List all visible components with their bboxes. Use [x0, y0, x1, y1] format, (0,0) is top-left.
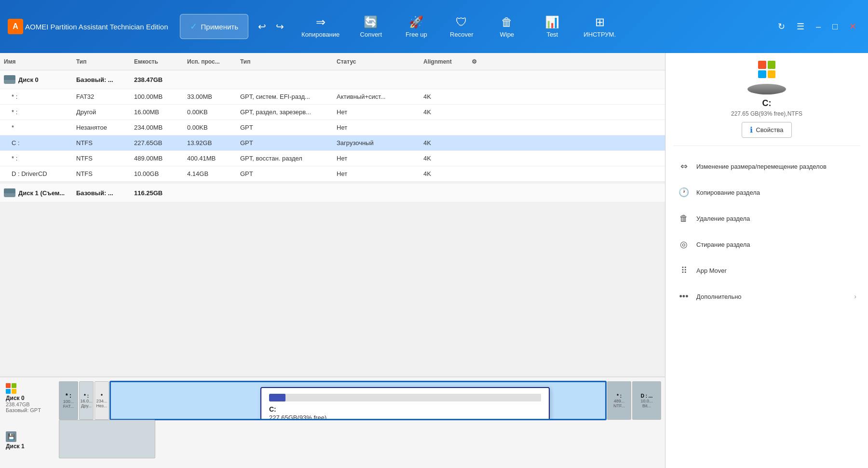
undo-button[interactable]: ↩ — [254, 19, 270, 34]
menu-button[interactable]: ☰ — [793, 19, 808, 34]
action-resize-label: Изменение размера/перемещение разделов — [696, 163, 856, 170]
table-row[interactable]: * Незанятое 234.00MB 0.00KB GPT Нет — [0, 120, 665, 135]
part-type: NTFS — [72, 155, 130, 162]
close-button[interactable]: ✕ — [845, 19, 860, 34]
part-used: 33.00MB — [183, 93, 236, 100]
disk0-map-name: Диск 0 — [6, 395, 25, 401]
part-name: D : DriverCD — [0, 170, 72, 177]
test-label: Test — [546, 31, 558, 38]
table-row[interactable]: * : FAT32 100.00MB 33.00MB GPT, систем. … — [0, 89, 665, 105]
table-row[interactable]: * : NTFS 489.00MB 400.41MB GPT, восстан.… — [0, 151, 665, 166]
part-status: Загрузочный — [333, 139, 420, 147]
toolbar-freeup[interactable]: 🚀 Free up — [394, 13, 438, 41]
action-delete[interactable]: 🗑 Удаление раздела — [673, 206, 860, 231]
dm-part-msr[interactable]: * : 16.0... Дру... — [79, 381, 94, 420]
toolbar-instruments[interactable]: ⊞ ИНСТРУМ. — [576, 13, 624, 41]
part-align: 4K — [420, 93, 468, 100]
windows-logo — [758, 61, 775, 78]
tooltip-bar-fill — [269, 394, 285, 401]
part-ftype: GPT — [236, 139, 333, 147]
action-wipe[interactable]: ◎ Стирание раздела — [673, 232, 860, 257]
action-copy-label: Копирование раздела — [696, 189, 856, 196]
disk1-header-row[interactable]: Диск 1 (Съем... Базовый: ... 116.25GB — [0, 184, 665, 202]
col-settings[interactable]: ⚙ — [468, 58, 487, 65]
part-used: 400.41MB — [183, 155, 236, 162]
left-panel: Имя Тип Емкость Исп. прос... Тип Статус … — [0, 53, 665, 468]
disk0-cap: 238.47GB — [130, 76, 183, 83]
table-row[interactable]: * : Другой 16.00MB 0.00KB GPT, раздел, з… — [0, 105, 665, 120]
minimize-button[interactable]: – — [812, 20, 825, 34]
toolbar-test[interactable]: 📊 Test — [530, 13, 574, 41]
disk-base — [747, 84, 786, 94]
disk-visual: C: 227.65 GB(93% free),NTFS ℹ Свойства — [673, 61, 860, 146]
part-name: * — [0, 124, 72, 131]
action-appmover[interactable]: ⠿ App Mover — [673, 258, 860, 283]
part-name: * : — [0, 108, 72, 116]
check-icon: ✓ — [190, 21, 197, 32]
dm-part-efi[interactable]: * : 100... FAT... — [59, 381, 78, 420]
table-row[interactable]: D : DriverCD NTFS 10.00GB 4.14GB GPT Нет… — [0, 166, 665, 182]
toolbar-convert[interactable]: 🔄 Convert — [349, 13, 393, 41]
part-ftype: GPT, систем. EFI-разд... — [236, 93, 333, 100]
part-status: Нет — [333, 108, 420, 116]
part-used: 0.00KB — [183, 124, 236, 131]
table-row-selected[interactable]: C : NTFS 227.65GB 13.92GB GPT Загрузочны… — [0, 135, 665, 151]
disk0-name: Диск 0 — [0, 75, 72, 84]
part-ftype: GPT — [236, 170, 333, 177]
disk1-map-label: 💾 Диск 1 — [4, 429, 57, 452]
partition-table[interactable]: Диск 0 Базовый: ... 238.47GB * : FAT32 1… — [0, 70, 665, 376]
wipe-icon: 🗑 — [501, 15, 513, 29]
apply-label: Применить — [201, 23, 239, 31]
part-type: Другой — [72, 108, 130, 116]
disk0-map-label: Диск 0 238.47GB Базовый: GPT — [4, 381, 57, 415]
copy-label: Копирование — [301, 31, 339, 38]
disk0-header-row[interactable]: Диск 0 Базовый: ... 238.47GB — [0, 70, 665, 89]
action-copy[interactable]: 🕐 Копирование раздела — [673, 180, 860, 205]
delete-icon: 🗑 — [677, 212, 691, 225]
col-used: Исп. прос... — [183, 58, 236, 65]
drive-info: 227.65 GB(93% free),NTFS — [731, 110, 802, 117]
test-icon: 📊 — [545, 15, 559, 29]
more-icon: ••• — [677, 290, 691, 303]
col-align: Alignment — [420, 58, 468, 65]
part-type: Незанятое — [72, 124, 130, 131]
redo-button[interactable]: ↪ — [272, 19, 288, 34]
dm-part-c[interactable]: C: 227.65GB(93% free) BitLocker зашифров… — [110, 381, 606, 420]
part-cap: 10.00GB — [130, 170, 183, 177]
col-status: Статус — [333, 58, 420, 65]
refresh-button[interactable]: ↻ — [774, 19, 789, 34]
action-more[interactable]: ••• Дополнительно › — [673, 284, 860, 309]
toolbar-wipe[interactable]: 🗑 Wipe — [485, 13, 529, 41]
undo-redo-group: ↩ ↪ — [254, 19, 288, 34]
app-title: AOMEI Partition Assistant Technician Edi… — [25, 23, 168, 31]
toolbar-copy[interactable]: ⇒ Копирование — [294, 13, 347, 41]
dm-part-recovery[interactable]: * : 489... NTF... — [607, 381, 631, 420]
dm-part-disk1[interactable] — [59, 420, 155, 458]
dm-part-d[interactable]: D : ... 10.0... Bit... — [632, 381, 661, 420]
part-type: NTFS — [72, 170, 130, 177]
action-delete-label: Удаление раздела — [696, 215, 856, 222]
disk1-type: Базовый: ... — [72, 189, 130, 197]
disk1-icon-map: 💾 — [6, 431, 16, 442]
toolbar-recover[interactable]: 🛡 Recover — [440, 13, 483, 41]
action-list: ⇔ Изменение размера/перемещение разделов… — [673, 154, 860, 309]
part-cap: 234.00MB — [130, 124, 183, 131]
wipe-label: Wipe — [500, 31, 514, 38]
col-ftype: Тип — [236, 58, 333, 65]
part-status: Активный+сист... — [333, 93, 420, 100]
action-resize[interactable]: ⇔ Изменение размера/перемещение разделов — [673, 154, 860, 179]
dm-part-unalloc[interactable]: * 234... Нез... — [95, 381, 109, 420]
part-type: NTFS — [72, 139, 130, 147]
resize-icon: ⇔ — [677, 160, 691, 173]
wipe-part-icon: ◎ — [677, 238, 691, 251]
properties-button[interactable]: ℹ Свойства — [742, 122, 791, 138]
apply-button[interactable]: ✓ Применить — [180, 14, 249, 39]
part-used: 13.92GB — [183, 139, 236, 147]
disk0-win-logo — [6, 383, 16, 394]
part-used: 4.14GB — [183, 170, 236, 177]
info-icon: ℹ — [750, 125, 753, 134]
partition-tooltip: C: 227.65GB(93% free) BitLocker зашифров… — [260, 387, 550, 420]
copy-part-icon: 🕐 — [677, 186, 691, 199]
maximize-button[interactable]: □ — [828, 20, 841, 34]
drive-letter: C: — [762, 98, 772, 108]
